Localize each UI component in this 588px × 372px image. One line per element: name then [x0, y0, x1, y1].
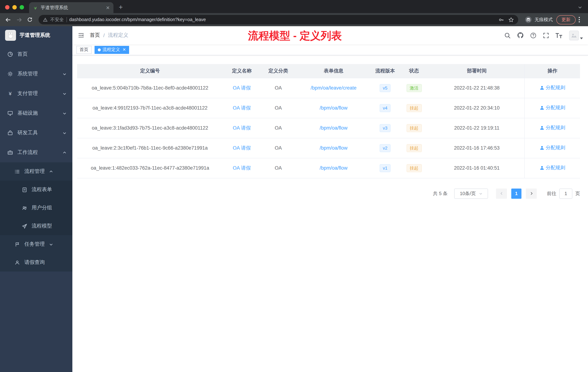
definition-id: oa_leave:2:3c1f0ef1-76b1-11ec-9c66-a2380… [77, 138, 223, 158]
prev-page-button[interactable] [496, 188, 507, 198]
tag-close-icon[interactable]: ✕ [123, 47, 126, 52]
tag-process-definition[interactable]: 流程定义 ✕ [94, 46, 129, 54]
status-badge: 挂起 [406, 104, 422, 112]
chevron-down-icon [63, 92, 67, 96]
browser-tab[interactable]: 芋道管理系统 ✕ [29, 2, 114, 13]
form-link[interactable]: /bpm/oa/leave/create [311, 85, 357, 91]
password-key-icon[interactable] [499, 17, 504, 22]
assign-rule-link[interactable]: 分配规则 [539, 105, 565, 111]
definition-id: oa_leave:4:991f2193-7b7f-11ec-a3c8-acde4… [77, 98, 223, 118]
user-icon [539, 126, 544, 130]
page-size-select[interactable]: 10条/页 [454, 188, 488, 198]
new-tab-button[interactable]: + [116, 2, 126, 12]
chevron-down-icon [49, 242, 53, 246]
assign-rule-link[interactable]: 分配规则 [539, 165, 565, 171]
current-page-button[interactable]: 1 [511, 188, 521, 198]
status-badge: 激活 [406, 84, 422, 92]
assign-rule-link[interactable]: 分配规则 [539, 85, 565, 91]
col-form: 表单信息 [296, 64, 371, 78]
app-header: 首页 / 流程定义 流程模型 - 定义列表 [72, 26, 588, 44]
gear-icon [7, 71, 13, 77]
sidebar-item-home[interactable]: 首页 [0, 44, 72, 64]
zoom-window-button[interactable] [20, 5, 24, 10]
definition-category: OA [261, 78, 296, 98]
user-icon [539, 146, 544, 150]
collapse-sidebar-icon[interactable] [72, 26, 90, 44]
search-icon[interactable] [504, 32, 511, 38]
col-category: 定义分类 [261, 64, 296, 78]
browser-menu-icon[interactable] [578, 17, 585, 22]
chevron-up-icon [63, 151, 67, 154]
sidebar-item-devtools[interactable]: 研发工具 [0, 123, 72, 143]
user-menu[interactable] [569, 30, 583, 40]
definition-name-link[interactable]: OA 请假 [233, 165, 251, 171]
tag-home[interactable]: 首页 [76, 46, 92, 54]
assign-rule-link[interactable]: 分配规则 [539, 125, 565, 131]
chrome-update-button[interactable]: 更新 [556, 15, 576, 24]
status-badge: 挂起 [406, 124, 422, 132]
tab-title: 芋道管理系统 [41, 5, 103, 11]
sidebar-item-workflow[interactable]: 工作流程 [0, 143, 72, 162]
assign-rule-link[interactable]: 分配规则 [539, 145, 565, 151]
definition-name-link[interactable]: OA 请假 [233, 125, 251, 131]
sidebar-item-task-management[interactable]: 任务管理 [0, 235, 72, 253]
chevron-up-icon [49, 169, 53, 174]
sidebar-item-process-form[interactable]: 流程表单 [0, 181, 72, 199]
reload-button[interactable] [25, 15, 35, 25]
url-text[interactable]: dashboard.yudao.iocoder.cn/bpm/manager/d… [69, 17, 206, 22]
bookmark-star-icon[interactable] [508, 17, 514, 22]
next-page-button[interactable] [526, 188, 537, 198]
definition-name-link[interactable]: OA 请假 [233, 145, 251, 151]
pagination: 共 5 条 10条/页 1 前往 页 [77, 188, 580, 198]
definition-name-link[interactable]: OA 请假 [233, 105, 251, 110]
form-link[interactable]: /bpm/oa/flow [320, 145, 347, 151]
workflow-submenu: 流程管理 流程表单 用户分组 流程模型 任务管理 [0, 162, 72, 272]
font-size-icon[interactable] [556, 33, 563, 38]
definition-category: OA [261, 138, 296, 158]
sidebar-item-infra[interactable]: 基础设施 [0, 103, 72, 123]
tab-search-icon[interactable] [578, 5, 582, 10]
main-content: 定义编号 定义名称 定义分类 表单信息 流程版本 状态 部署时间 操作 oa_l [72, 55, 588, 372]
table-header-row: 定义编号 定义名称 定义分类 表单信息 流程版本 状态 部署时间 操作 [77, 64, 580, 78]
security-label[interactable]: 不安全 [50, 17, 64, 23]
tags-view: 首页 流程定义 ✕ [72, 44, 588, 55]
status-badge: 挂起 [406, 144, 422, 152]
sidebar-item-process-management[interactable]: 流程管理 [0, 162, 72, 181]
definition-category: OA [261, 98, 296, 118]
version-badge: v5 [379, 84, 390, 92]
sidebar-item-process-model[interactable]: 流程模型 [0, 217, 72, 235]
sidebar-item-payment[interactable]: ¥ 支付管理 [0, 84, 72, 103]
sidebar-item-system[interactable]: 系统管理 [0, 64, 72, 84]
deploy-time: 2022-01-22 19:19:11 [429, 118, 525, 138]
fullscreen-icon[interactable] [543, 32, 549, 38]
table-row: oa_leave:1:482ec033-762a-11ec-8477-a2380… [77, 158, 580, 178]
tab-close-icon[interactable]: ✕ [106, 5, 110, 10]
address-bar[interactable]: 不安全 dashboard.yudao.iocoder.cn/bpm/manag… [39, 15, 518, 24]
form-link[interactable]: /bpm/oa/flow [320, 165, 347, 171]
github-icon[interactable] [517, 32, 524, 39]
help-icon[interactable] [530, 32, 536, 38]
incognito-label: 无痕模式 [535, 17, 553, 23]
total-count: 共 5 条 [433, 190, 448, 197]
goto-page-input[interactable] [559, 188, 572, 198]
col-name: 定义名称 [223, 64, 261, 78]
forward-button[interactable] [14, 15, 24, 25]
version-badge: v2 [379, 144, 390, 152]
definition-name-link[interactable]: OA 请假 [233, 85, 251, 90]
form-link[interactable]: /bpm/oa/flow [320, 125, 347, 131]
back-button[interactable] [3, 15, 13, 25]
app-logo[interactable]: 芋道管理系统 [0, 26, 72, 44]
breadcrumb-home[interactable]: 首页 [90, 32, 100, 39]
monitor-icon [7, 110, 13, 116]
chevron-down-icon [63, 111, 67, 115]
close-window-button[interactable] [5, 5, 10, 10]
col-id: 定义编号 [77, 64, 223, 78]
browser-tabstrip: 芋道管理系统 ✕ + [0, 0, 588, 13]
sidebar-item-user-group[interactable]: 用户分组 [0, 199, 72, 217]
sidebar: 芋道管理系统 首页 系统管理 ¥ 支付管理 基础设施 [0, 26, 72, 372]
sidebar-item-leave-query[interactable]: 请假查询 [0, 253, 72, 272]
minimize-window-button[interactable] [12, 5, 17, 10]
divider [66, 17, 67, 22]
form-link[interactable]: /bpm/oa/flow [320, 105, 347, 111]
version-badge: v4 [379, 104, 390, 112]
